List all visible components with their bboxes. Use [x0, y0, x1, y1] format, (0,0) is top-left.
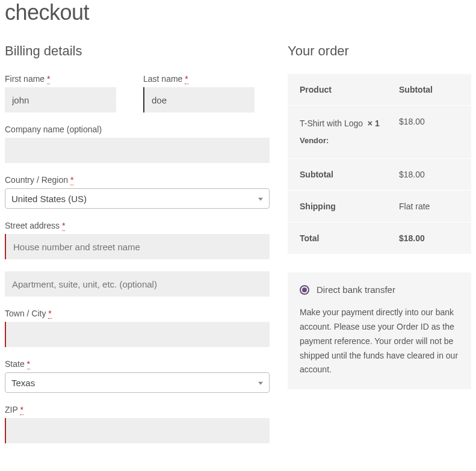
payment-option-label: Direct bank transfer	[317, 285, 395, 295]
subtotal-header: Subtotal	[399, 85, 459, 94]
state-select-value: Texas	[11, 378, 35, 388]
required-mark: *	[70, 175, 73, 185]
street-input[interactable]	[5, 234, 270, 259]
city-label: Town / City *	[5, 309, 270, 318]
total-value: $18.00	[399, 233, 459, 243]
order-item-vendor-label: Vendor:	[300, 135, 399, 147]
product-header: Product	[300, 85, 399, 94]
order-shipping-row: Shipping Flat rate	[288, 191, 471, 223]
required-mark: *	[185, 74, 188, 84]
payment-option-bank-transfer[interactable]: Direct bank transfer	[300, 285, 459, 295]
country-label: Country / Region *	[5, 175, 270, 185]
country-select[interactable]: United States (US)	[5, 188, 270, 209]
order-total-row: Total $18.00	[288, 223, 471, 254]
required-mark: *	[20, 405, 23, 415]
shipping-label: Shipping	[300, 202, 399, 211]
street2-input[interactable]	[5, 271, 270, 297]
shipping-value: Flat rate	[399, 202, 459, 211]
street-label: Street address *	[5, 221, 270, 230]
payment-description: Make your payment directly into our bank…	[300, 306, 459, 377]
first-name-input[interactable]	[5, 87, 116, 112]
last-name-label: Last name *	[143, 74, 255, 84]
country-select-value: United States (US)	[11, 194, 87, 204]
first-name-label: First name *	[5, 74, 116, 84]
state-label: State *	[5, 359, 270, 369]
required-mark: *	[47, 74, 50, 84]
billing-heading: Billing details	[5, 43, 270, 59]
subtotal-label: Subtotal	[300, 170, 399, 179]
state-select[interactable]: Texas	[5, 372, 270, 393]
order-section: Your order Product Subtotal T-Shirt with…	[288, 43, 471, 455]
order-heading: Your order	[288, 43, 471, 59]
zip-input[interactable]	[5, 418, 270, 443]
last-name-input[interactable]	[143, 87, 255, 112]
company-label: Company name (optional)	[5, 125, 270, 134]
zip-label: ZIP *	[5, 405, 270, 414]
required-mark: *	[62, 221, 65, 231]
order-item-subtotal: $18.00	[399, 117, 459, 147]
order-subtotal-row: Subtotal $18.00	[288, 159, 471, 191]
total-label: Total	[300, 233, 399, 243]
subtotal-value: $18.00	[399, 170, 459, 179]
order-item-qty: × 1	[368, 119, 380, 128]
billing-section: Billing details First name * Last name *…	[5, 43, 270, 455]
payment-box: Direct bank transfer Make your payment d…	[288, 272, 471, 389]
order-table: Product Subtotal T-Shirt with Logo × 1 V…	[288, 74, 471, 254]
page-title: checkout	[5, 0, 471, 25]
required-mark: *	[48, 309, 51, 319]
order-item-row: T-Shirt with Logo × 1 Vendor: $18.00	[288, 106, 471, 159]
city-input[interactable]	[5, 322, 270, 347]
order-header-row: Product Subtotal	[288, 74, 471, 106]
radio-icon	[300, 285, 309, 295]
company-input[interactable]	[5, 138, 270, 163]
required-mark: *	[27, 359, 30, 369]
order-item-name: T-Shirt with Logo	[300, 119, 363, 128]
